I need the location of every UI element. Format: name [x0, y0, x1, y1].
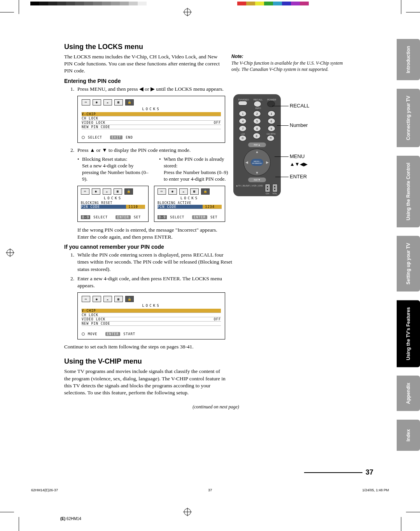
- osd-locks-menu-2: ▭◉☁▦🔒LOCKSV-CHIPCH LOCKVIDEO LOCKOFFNEW …: [77, 292, 225, 339]
- locks-heading: Using the LOCKS menu: [64, 43, 336, 51]
- chapter-tab: Using the Remote Control: [397, 156, 420, 227]
- vchip-note: Note: The V-Chip function is available f…: [231, 54, 348, 72]
- callout-menu: MENU: [290, 153, 304, 159]
- bottom-code: (E) 62HM14: [60, 517, 81, 521]
- step2-bullets: •Blocking Reset status: Set a new 4-digi…: [77, 156, 233, 183]
- chapter-tabs: IntroductionConnecting your TVUsing the …: [397, 39, 420, 459]
- callout-arrows: ▲▼◀▶: [290, 161, 308, 167]
- vchip-heading: Using the V-CHIP menu: [64, 357, 336, 366]
- locks-intro: The LOCKS menu includes the V-Chip, CH L…: [64, 53, 226, 75]
- entering-pin-heading: Entering the PIN code: [64, 78, 336, 84]
- vchip-intro: Some TV programs and movies include sign…: [64, 368, 226, 396]
- continued-indicator: (continued on next page): [95, 404, 336, 410]
- print-marks: [0, 0, 420, 16]
- footer-meta: 62HM14(E)26-37 37 1/24/05, 1:48 PM: [31, 488, 389, 492]
- chapter-tab: Connecting your TV: [397, 89, 420, 147]
- chapter-tab: Appendix: [397, 376, 420, 411]
- chapter-tab: Introduction: [397, 39, 420, 80]
- callout-enter: ENTER: [290, 174, 307, 179]
- remote-diagram: TV/VIDEO RECALLINFO POWER 123 456 789 +1…: [233, 94, 350, 196]
- chapter-tab: Index: [397, 420, 420, 451]
- forgot-step-1: 1. While the PIN code entering screen is…: [70, 251, 336, 273]
- continue-text: Continue to set each item following the …: [64, 343, 336, 350]
- chapter-tab: Using the TV's Features: [397, 300, 420, 367]
- forgot-step-2: 2. Enter a new 4-digit code, and then pr…: [70, 275, 336, 289]
- callout-number: Number: [290, 122, 308, 128]
- incorrect-note: If the wrong PIN code is entered, the me…: [77, 227, 225, 241]
- osd-blocking-reset: ▭◉☁▦🔒LOCKSBLOCKING RESETPIN CODE1110 0-9…: [77, 186, 149, 222]
- callout-recall: RECALL: [290, 103, 310, 109]
- osd-blocking-active: ▭◉☁▦🔒LOCKSBLOCKING ACTIVEPIN CODE1234 0-…: [154, 186, 225, 222]
- step-1: 1. Press MENU, and then press ◀ or ▶ unt…: [70, 86, 336, 93]
- osd-locks-menu-1: ▭◉☁▦🔒LOCKSV-CHIPCH LOCKVIDEO LOCKOFFNEW …: [77, 96, 225, 143]
- forgot-pin-heading: If you cannot remember your PIN code: [64, 244, 336, 250]
- chapter-tab: Setting up your TV: [397, 236, 420, 292]
- remote-body: TV/VIDEO RECALLINFO POWER 123 456 789 +1…: [233, 94, 281, 196]
- page-number: 37: [304, 468, 373, 476]
